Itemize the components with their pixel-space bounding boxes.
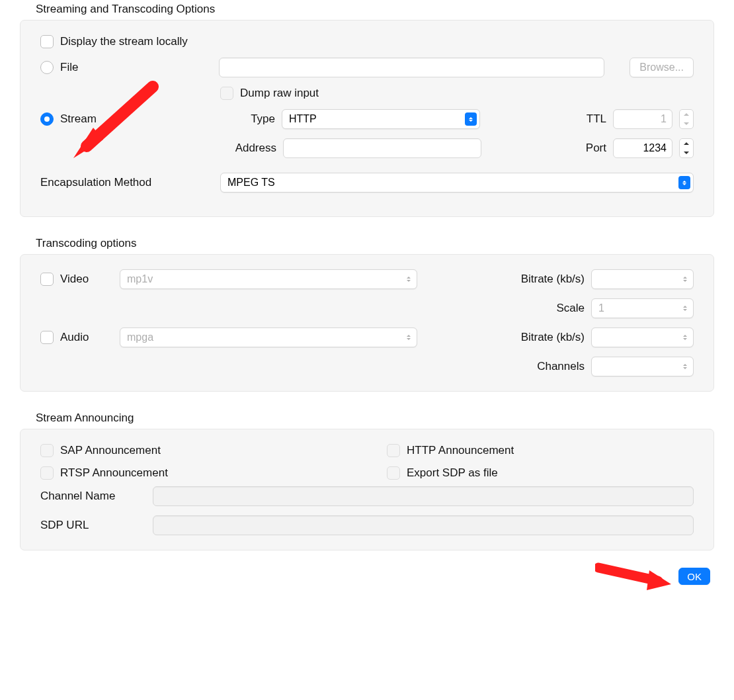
sap-checkbox xyxy=(40,444,54,457)
audio-codec-value: mpga xyxy=(127,331,153,343)
dropdown-caret-icon xyxy=(403,331,414,344)
section-title-transcoding: Transcoding options xyxy=(36,234,714,250)
transcoding-panel: Video mp1v Bitrate (kb/s) Scale 1 Audio … xyxy=(20,254,714,392)
file-path-input[interactable] xyxy=(219,58,604,77)
audio-label: Audio xyxy=(60,331,113,344)
streaming-panel: Display the stream locally File Browse..… xyxy=(20,20,714,217)
dump-raw-label: Dump raw input xyxy=(240,87,319,100)
ttl-label: TTL xyxy=(560,112,606,126)
rtsp-checkbox xyxy=(40,466,54,480)
dropdown-caret-icon xyxy=(678,176,690,189)
video-codec-select[interactable]: mp1v xyxy=(120,269,417,289)
stepper-down-icon[interactable] xyxy=(680,119,693,128)
port-input[interactable] xyxy=(613,138,673,158)
dropdown-caret-icon xyxy=(403,273,414,286)
ttl-input[interactable] xyxy=(613,109,673,129)
port-label: Port xyxy=(560,142,606,155)
browse-button[interactable]: Browse... xyxy=(630,58,694,77)
channels-select[interactable] xyxy=(591,357,694,376)
ttl-stepper[interactable] xyxy=(679,109,694,129)
svg-marker-1 xyxy=(647,570,671,590)
video-bitrate-select[interactable] xyxy=(591,269,694,289)
channel-name-input[interactable] xyxy=(153,486,694,506)
ok-button[interactable]: OK xyxy=(678,568,710,585)
audio-bitrate-label: Bitrate (kb/s) xyxy=(521,331,585,344)
audio-bitrate-select[interactable] xyxy=(591,328,694,347)
sdp-url-label: SDP URL xyxy=(40,519,146,532)
stream-radio[interactable] xyxy=(40,112,54,126)
export-sdp-label: Export SDP as file xyxy=(407,466,498,480)
dropdown-caret-icon xyxy=(680,273,690,286)
dropdown-caret-icon xyxy=(680,360,690,373)
scale-label: Scale xyxy=(556,302,585,315)
dropdown-caret-icon xyxy=(465,112,477,126)
video-codec-value: mp1v xyxy=(127,273,153,285)
stepper-up-icon[interactable] xyxy=(680,110,693,119)
display-locally-label: Display the stream locally xyxy=(60,35,188,48)
type-select[interactable]: HTTP xyxy=(282,109,480,129)
file-radio[interactable] xyxy=(40,61,54,74)
annotation-arrow-ok xyxy=(595,562,674,595)
dump-raw-checkbox xyxy=(220,87,233,100)
scale-select[interactable]: 1 xyxy=(591,298,694,318)
sap-label: SAP Announcement xyxy=(60,444,161,457)
stream-radio-label: Stream xyxy=(60,112,212,126)
type-value: HTTP xyxy=(289,113,317,125)
sdp-url-input[interactable] xyxy=(153,515,694,535)
type-label: Type xyxy=(219,112,275,126)
port-stepper[interactable] xyxy=(679,138,694,158)
announcing-panel: SAP Announcement RTSP Announcement HTTP … xyxy=(20,429,714,550)
file-radio-label: File xyxy=(60,61,212,74)
stepper-up-icon[interactable] xyxy=(680,139,693,148)
audio-checkbox[interactable] xyxy=(40,331,54,344)
channels-label: Channels xyxy=(537,360,585,373)
address-label: Address xyxy=(220,142,276,155)
video-checkbox[interactable] xyxy=(40,273,54,286)
video-bitrate-label: Bitrate (kb/s) xyxy=(521,273,585,286)
http-ann-label: HTTP Announcement xyxy=(407,444,514,457)
export-sdp-checkbox xyxy=(387,466,400,480)
scale-value: 1 xyxy=(598,302,604,314)
section-title-streaming: Streaming and Transcoding Options xyxy=(36,0,714,16)
stepper-down-icon[interactable] xyxy=(680,148,693,157)
video-label: Video xyxy=(60,273,113,286)
audio-codec-select[interactable]: mpga xyxy=(120,328,417,347)
http-ann-checkbox xyxy=(387,444,400,457)
rtsp-label: RTSP Announcement xyxy=(60,466,168,480)
display-locally-checkbox[interactable] xyxy=(40,35,54,48)
dropdown-caret-icon xyxy=(680,302,690,315)
encap-value: MPEG TS xyxy=(227,177,275,189)
encap-select[interactable]: MPEG TS xyxy=(220,173,694,193)
dropdown-caret-icon xyxy=(680,331,690,344)
section-title-announcing: Stream Announcing xyxy=(36,409,714,425)
encap-label: Encapsulation Method xyxy=(40,176,214,189)
channel-name-label: Channel Name xyxy=(40,490,146,503)
address-input[interactable] xyxy=(283,138,481,158)
